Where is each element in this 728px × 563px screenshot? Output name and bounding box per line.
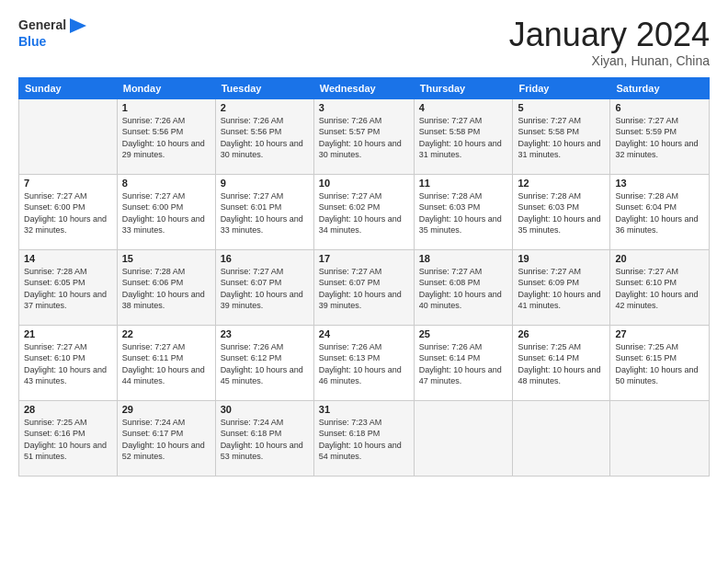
calendar-cell: 27Sunrise: 7:25 AMSunset: 6:15 PMDayligh…	[610, 325, 710, 400]
day-info: Sunrise: 7:27 AMSunset: 6:11 PMDaylight:…	[122, 341, 210, 387]
calendar-cell: 22Sunrise: 7:27 AMSunset: 6:11 PMDayligh…	[117, 325, 215, 400]
header-friday: Friday	[513, 77, 610, 98]
day-info: Sunrise: 7:27 AMSunset: 6:00 PMDaylight:…	[122, 190, 210, 236]
logo-general-text: General	[18, 18, 66, 32]
day-info: Sunrise: 7:28 AMSunset: 6:05 PMDaylight:…	[24, 266, 112, 312]
day-info: Sunrise: 7:28 AMSunset: 6:03 PMDaylight:…	[419, 190, 508, 236]
day-number: 27	[615, 328, 704, 339]
day-number: 12	[518, 178, 605, 189]
day-number: 7	[24, 178, 112, 189]
day-info: Sunrise: 7:24 AMSunset: 6:17 PMDaylight:…	[122, 417, 210, 463]
calendar-cell: 9Sunrise: 7:27 AMSunset: 6:01 PMDaylight…	[215, 174, 313, 249]
day-number: 28	[24, 404, 112, 415]
day-info: Sunrise: 7:25 AMSunset: 6:14 PMDaylight:…	[518, 341, 605, 387]
day-number: 24	[319, 328, 409, 339]
calendar-week-row: 21Sunrise: 7:27 AMSunset: 6:10 PMDayligh…	[19, 325, 710, 400]
day-info: Sunrise: 7:25 AMSunset: 6:16 PMDaylight:…	[24, 417, 112, 463]
calendar-cell: 28Sunrise: 7:25 AMSunset: 6:16 PMDayligh…	[19, 400, 118, 476]
calendar-cell: 20Sunrise: 7:27 AMSunset: 6:10 PMDayligh…	[610, 249, 710, 325]
calendar-cell: 19Sunrise: 7:27 AMSunset: 6:09 PMDayligh…	[513, 249, 610, 325]
header-wednesday: Wednesday	[313, 77, 414, 98]
calendar-cell: 16Sunrise: 7:27 AMSunset: 6:07 PMDayligh…	[215, 249, 313, 325]
title-block: January 2024 Xiyan, Hunan, China	[509, 17, 710, 68]
day-number: 18	[419, 253, 508, 264]
logo: General Blue	[18, 17, 86, 49]
calendar-cell	[414, 400, 513, 476]
calendar-cell: 21Sunrise: 7:27 AMSunset: 6:10 PMDayligh…	[19, 325, 118, 400]
calendar-cell: 24Sunrise: 7:26 AMSunset: 6:13 PMDayligh…	[313, 325, 414, 400]
day-number: 16	[221, 253, 309, 264]
day-number: 20	[615, 253, 704, 264]
calendar-week-row: 7Sunrise: 7:27 AMSunset: 6:00 PMDaylight…	[19, 174, 710, 249]
day-info: Sunrise: 7:26 AMSunset: 6:12 PMDaylight:…	[221, 341, 309, 387]
calendar-cell: 15Sunrise: 7:28 AMSunset: 6:06 PMDayligh…	[117, 249, 215, 325]
day-info: Sunrise: 7:26 AMSunset: 6:14 PMDaylight:…	[419, 341, 508, 387]
day-info: Sunrise: 7:27 AMSunset: 6:01 PMDaylight:…	[221, 190, 309, 236]
day-info: Sunrise: 7:27 AMSunset: 5:58 PMDaylight:…	[518, 115, 605, 161]
day-info: Sunrise: 7:23 AMSunset: 6:18 PMDaylight:…	[319, 417, 409, 463]
day-info: Sunrise: 7:27 AMSunset: 6:07 PMDaylight:…	[319, 266, 409, 312]
day-info: Sunrise: 7:28 AMSunset: 6:06 PMDaylight:…	[122, 266, 210, 312]
calendar-week-row: 1Sunrise: 7:26 AMSunset: 5:56 PMDaylight…	[19, 98, 710, 174]
logo-blue-text: Blue	[18, 35, 86, 49]
day-number: 14	[24, 253, 112, 264]
logo-text-block: General Blue	[18, 17, 86, 49]
weekday-header-row: Sunday Monday Tuesday Wednesday Thursday…	[19, 77, 710, 98]
day-number: 9	[221, 178, 309, 189]
header-monday: Monday	[117, 77, 215, 98]
day-info: Sunrise: 7:27 AMSunset: 6:08 PMDaylight:…	[419, 266, 508, 312]
calendar-week-row: 28Sunrise: 7:25 AMSunset: 6:16 PMDayligh…	[19, 400, 710, 476]
calendar-cell: 17Sunrise: 7:27 AMSunset: 6:07 PMDayligh…	[313, 249, 414, 325]
day-number: 23	[221, 328, 309, 339]
day-info: Sunrise: 7:27 AMSunset: 6:09 PMDaylight:…	[518, 266, 605, 312]
svg-marker-0	[70, 18, 86, 33]
day-info: Sunrise: 7:25 AMSunset: 6:15 PMDaylight:…	[615, 341, 704, 387]
header: General Blue January 2024 Xiyan, Hunan, …	[18, 17, 710, 68]
calendar-cell	[19, 98, 118, 174]
logo-arrow-icon	[68, 17, 86, 35]
day-number: 2	[221, 102, 309, 113]
calendar-cell: 13Sunrise: 7:28 AMSunset: 6:04 PMDayligh…	[610, 174, 710, 249]
calendar-cell: 11Sunrise: 7:28 AMSunset: 6:03 PMDayligh…	[414, 174, 513, 249]
day-info: Sunrise: 7:28 AMSunset: 6:03 PMDaylight:…	[518, 190, 605, 236]
day-info: Sunrise: 7:27 AMSunset: 6:02 PMDaylight:…	[319, 190, 409, 236]
day-number: 31	[319, 404, 409, 415]
day-number: 11	[419, 178, 508, 189]
calendar-cell: 4Sunrise: 7:27 AMSunset: 5:58 PMDaylight…	[414, 98, 513, 174]
day-info: Sunrise: 7:26 AMSunset: 5:57 PMDaylight:…	[319, 115, 409, 161]
calendar-cell: 2Sunrise: 7:26 AMSunset: 5:56 PMDaylight…	[215, 98, 313, 174]
calendar-cell: 12Sunrise: 7:28 AMSunset: 6:03 PMDayligh…	[513, 174, 610, 249]
page: General Blue January 2024 Xiyan, Hunan, …	[0, 0, 728, 563]
calendar-cell: 7Sunrise: 7:27 AMSunset: 6:00 PMDaylight…	[19, 174, 118, 249]
calendar-cell: 8Sunrise: 7:27 AMSunset: 6:00 PMDaylight…	[117, 174, 215, 249]
day-info: Sunrise: 7:26 AMSunset: 5:56 PMDaylight:…	[221, 115, 309, 161]
calendar-cell: 26Sunrise: 7:25 AMSunset: 6:14 PMDayligh…	[513, 325, 610, 400]
day-info: Sunrise: 7:26 AMSunset: 5:56 PMDaylight:…	[122, 115, 210, 161]
day-number: 15	[122, 253, 210, 264]
day-info: Sunrise: 7:27 AMSunset: 6:07 PMDaylight:…	[221, 266, 309, 312]
day-number: 3	[319, 102, 409, 113]
calendar-cell: 23Sunrise: 7:26 AMSunset: 6:12 PMDayligh…	[215, 325, 313, 400]
day-number: 26	[518, 328, 605, 339]
day-number: 4	[419, 102, 508, 113]
calendar-cell: 18Sunrise: 7:27 AMSunset: 6:08 PMDayligh…	[414, 249, 513, 325]
calendar-table: Sunday Monday Tuesday Wednesday Thursday…	[18, 77, 710, 477]
month-title: January 2024	[509, 17, 710, 53]
calendar-cell	[513, 400, 610, 476]
day-number: 30	[221, 404, 309, 415]
calendar-cell: 1Sunrise: 7:26 AMSunset: 5:56 PMDaylight…	[117, 98, 215, 174]
day-number: 1	[122, 102, 210, 113]
calendar-cell: 29Sunrise: 7:24 AMSunset: 6:17 PMDayligh…	[117, 400, 215, 476]
header-tuesday: Tuesday	[215, 77, 313, 98]
calendar-cell: 6Sunrise: 7:27 AMSunset: 5:59 PMDaylight…	[610, 98, 710, 174]
day-info: Sunrise: 7:24 AMSunset: 6:18 PMDaylight:…	[221, 417, 309, 463]
day-number: 17	[319, 253, 409, 264]
calendar-cell: 3Sunrise: 7:26 AMSunset: 5:57 PMDaylight…	[313, 98, 414, 174]
calendar-cell	[610, 400, 710, 476]
day-info: Sunrise: 7:27 AMSunset: 6:10 PMDaylight:…	[615, 266, 704, 312]
header-sunday: Sunday	[19, 77, 118, 98]
header-thursday: Thursday	[414, 77, 513, 98]
calendar-cell: 10Sunrise: 7:27 AMSunset: 6:02 PMDayligh…	[313, 174, 414, 249]
header-saturday: Saturday	[610, 77, 710, 98]
day-number: 10	[319, 178, 409, 189]
